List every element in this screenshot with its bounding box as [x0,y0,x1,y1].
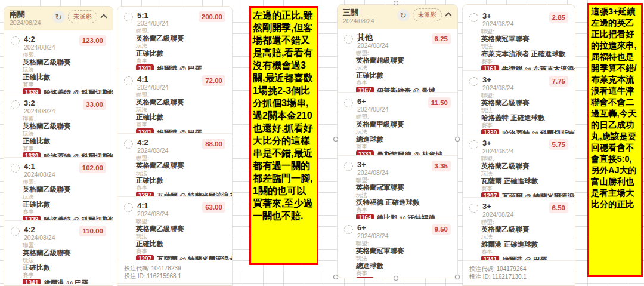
match-number-badge: 1161 [481,65,499,70]
selection-radio[interactable] [469,204,478,213]
league-value: 英格蘭冠軍聯賽 [356,247,451,254]
play-type-label: 玩法 [23,67,106,73]
annotation-note-middle: 左邊的正比,雖然剛開季,但客場都還不錯又是高賠,看看有沒有機會過3關,最近都喜歡… [249,6,318,265]
selection-radio[interactable] [124,13,133,21]
collapse-button[interactable] [100,11,107,23]
match-teams: 維爾港 @ 巴羅 [157,129,202,134]
odds-badge: 5.75 [549,139,568,150]
bet-card-three-leg-continued: 3+ 2024/08/24 2.85 聯盟: 英格蘭冠軍聯賽 玩法 布萊克本流浪… [462,4,575,286]
selection-value: 4:1 [137,75,202,83]
odds-badge: 3.35 [432,161,451,171]
match-teams: 瓦薩爾 @ 特蘭米爾流浪者 [157,192,232,197]
bet-selection-item: 3:2 2024/08/24 33.00 聯盟: 英格蘭乙級聯賽 玩法 正確比數… [4,94,113,157]
play-type-label: 玩法 [136,107,225,113]
refresh-button[interactable]: ↻ [397,9,410,21]
selection-radio[interactable] [344,225,353,234]
play-type-value: 維爾港 正確進球數 [481,241,568,248]
selection-value: 3:2 [24,99,83,107]
play-type-value: 正確比數 [23,264,106,271]
chevron-up-icon [100,14,107,20]
play-type-value: 沃特福德 正確進球數 [356,199,451,206]
selection-value: 3+ [482,76,549,84]
bet-selection-item: 4:1 2024/08/24 102.00 聯盟: 英格蘭乙級聯賽 玩法 正確比… [4,157,113,220]
selection-radio[interactable] [11,164,20,173]
selection-value: 4:1 [137,202,202,210]
league-label: 聯盟: [23,179,106,185]
league-label: 聯盟: [23,242,106,248]
selection-date: 2024/08/24 [357,233,432,239]
selection-value: 其他 [357,33,432,41]
league-value: 英格蘭冠軍聯賽 [356,184,451,191]
odds-badge: 200.00 [199,11,225,22]
play-type-value: 布萊克本流浪者 正確進球數 [481,50,568,57]
bet-selection-item: 3+ 2024/08/24 2.85 聯盟: 英格蘭冠軍聯賽 玩法 布萊克本流浪… [463,7,575,70]
selection-handle-left-middle[interactable] [333,137,338,142]
bet-selection-item: 3+ 2024/08/24 7.75 聯盟: 英格蘭乙級聯賽 玩法 哈洛蓋特 正… [463,70,575,134]
annotation-note-right: 這張3+延續左邊的英乙正比把看好的拉進來串,屈福特也是開季算不錯/布萊克本流浪看… [587,3,643,277]
match-teams: 維爾港 @ 巴羅 [502,256,547,261]
selection-date: 2024/08/24 [137,84,202,91]
league-value: 英格蘭乙級聯賽 [136,225,225,232]
collapse-button[interactable] [445,9,452,21]
match-label: 賽事 [136,185,225,191]
bet-selection-list: 5:1 2024/08/24 200.00 聯盟: 英格蘭乙級聯賽 玩法 正確比… [117,7,232,260]
match-number-badge: 1297 [136,255,154,260]
match-number-badge: 1161 [356,277,374,278]
play-type-label: 玩法 [481,107,568,113]
selection-handle-bottom-center[interactable] [394,276,398,281]
match-label: 賽事 [356,207,451,213]
card-header-two-leg: 兩關 2024/08/24 ↻ 未派彩 [4,7,113,30]
play-type-label: 玩法 [356,65,451,71]
selection-radio[interactable] [469,140,478,149]
selection-radio[interactable] [469,13,478,22]
league-value: 英格蘭乙級聯賽 [23,186,106,193]
bet-slip-footer: 投注代碼: 104179264 投注 ID: 116217130.1 [463,260,575,284]
selection-date: 2024/08/24 [137,147,202,154]
match-teams: 維爾港 @ 巴羅 [157,65,202,70]
match-label: 賽事 [356,270,451,276]
selection-radio[interactable] [469,77,478,86]
selection-date: 2024/08/24 [482,211,549,218]
refresh-button[interactable]: ↻ [52,11,65,23]
selection-radio[interactable] [11,36,20,45]
match-number-badge: 1297 [136,192,154,196]
play-type-label: 玩法 [23,257,106,263]
refresh-icon: ↻ [400,11,407,20]
league-value: 英格蘭冠軍聯賽 [481,35,568,42]
league-label: 聯盟: [481,29,568,35]
league-label: 聯盟: [136,155,225,161]
bet-selection-item: 其他 2024/08/24 6.25 聯盟: 英格蘭超級聯賽 玩法 正確比數 賽… [338,29,457,92]
odds-badge: 9.50 [432,224,451,235]
selection-value: 3+ [357,161,432,168]
bet-card-two-leg-continued: 5:1 2024/08/24 200.00 聯盟: 英格蘭乙級聯賽 玩法 正確比… [117,6,233,286]
selection-handle-right-middle[interactable] [455,137,460,142]
league-value: 英格蘭乙級聯賽 [23,249,106,256]
bet-slip-footer: 投注代碼: 104178239 投注 ID: 116215968.1 [117,260,232,284]
selection-radio[interactable] [344,99,353,107]
selection-handle-bottom-right[interactable] [455,275,460,279]
match-teams: 德比郡 @ 沃特福德 [377,214,435,219]
match-label: 賽事 [481,249,568,255]
selection-handle-bottom-left[interactable] [333,275,338,279]
selection-radio[interactable] [124,76,133,85]
selection-date: 2024/08/24 [357,106,428,113]
selection-radio[interactable] [124,203,133,212]
selection-handle-top-center[interactable] [394,1,398,5]
selection-radio[interactable] [11,100,20,109]
play-type-value: 瓦薩爾 正確進球數 [481,177,568,184]
league-label: 聯盟: [356,177,451,183]
play-type-label: 玩法 [481,234,568,240]
selection-radio[interactable] [11,227,20,236]
selection-radio[interactable] [344,162,353,171]
selection-date: 2024/08/24 [357,170,432,176]
match-label: 賽事 [23,209,106,215]
selection-radio[interactable] [344,35,353,44]
odds-badge: 7.75 [549,76,568,87]
card-date: 2024/08/24 [10,20,41,26]
match-number-badge: 1341 [481,256,499,260]
unsettled-status-badge: 未派彩 [413,8,442,21]
league-label: 聯盟: [481,156,568,162]
match-teams: 哈洛蓋特 @ 科爾切斯特聯 [502,130,575,134]
league-value: 英格蘭乙級聯賽 [136,99,225,106]
selection-radio[interactable] [124,140,133,149]
